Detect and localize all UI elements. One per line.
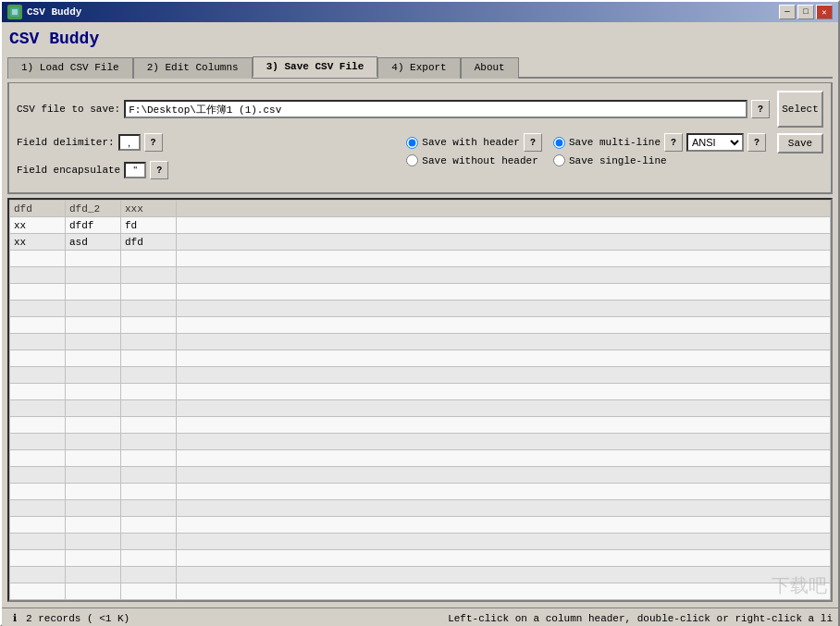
table-row [10,384,831,400]
title-bar-controls: ─ □ ✕ [779,5,833,19]
save-with-header-radio[interactable] [406,137,418,149]
table-row[interactable]: xx dfdf fd [10,217,831,234]
content-area: CSV Buddy 1) Load CSV File 2) Edit Colum… [2,22,838,608]
table-row [10,284,831,301]
save-without-header-radio[interactable] [406,154,418,166]
cell-2-2[interactable]: dfd [121,234,177,251]
multiline-radio-group: Save multi-line ? ANSI UTF-8 UTF-16 ? S [553,133,766,166]
table-row [10,434,831,450]
save-without-header-label: Save without header [422,155,537,166]
file-row: CSV file to save: ? Select [17,91,823,128]
minimize-button[interactable]: ─ [779,5,796,19]
table-row [10,350,831,367]
table-row [10,417,831,434]
table-row [10,534,831,550]
cell-2-1[interactable]: asd [66,234,121,251]
save-panel: CSV file to save: ? Select Field delimit… [7,82,833,194]
encapsulator-label: Field encapsulate [17,165,120,176]
encapsulator-row: Field encapsulate ? [17,161,168,179]
save-multiline-row: Save multi-line ? ANSI UTF-8 UTF-16 ? [553,133,766,152]
col-header-extra [177,201,831,217]
table-row [10,334,831,350]
file-label: CSV file to save: [17,104,120,115]
header-radio-group: Save with header ? Save without header [406,133,542,166]
right-options: Save with header ? Save without header S… [406,133,823,166]
save-multiline-label: Save multi-line [569,137,661,148]
tab-about[interactable]: About [461,57,519,79]
table-row [10,567,831,583]
table-row [10,301,831,317]
title-bar-left: CSV Buddy [7,5,81,19]
data-table: dfd dfd_2 xxx xx dfdf fd xx asd dfd [9,200,831,600]
status-records: 2 records ( <1 K) [26,613,130,624]
table-header-row[interactable]: dfd dfd_2 xxx [10,201,831,217]
file-action-buttons: Select [777,91,823,128]
delimiter-row: Field delimiter: ? [17,133,168,152]
status-icon: ℹ [7,611,22,626]
col-header-2[interactable]: xxx [121,201,177,217]
tab-bar: 1) Load CSV File 2) Edit Columns 3) Save… [7,55,833,79]
table-row [10,517,831,534]
title-bar: CSV Buddy ─ □ ✕ [2,2,838,22]
table-row [10,367,831,384]
table-row [10,251,831,267]
cell-1-2[interactable]: fd [121,217,177,234]
save-without-header-row: Save without header [406,154,542,166]
tab-save[interactable]: 3) Save CSV File [253,56,378,78]
table-row[interactable]: xx asd dfd [10,234,831,251]
cell-1-0[interactable]: xx [10,217,66,234]
multiline-help-button[interactable]: ? [664,133,683,152]
app-icon [7,5,22,19]
save-button[interactable]: Save [777,133,823,153]
maximize-button[interactable]: □ [797,5,814,19]
status-hint: Left-click on a column header, double-cl… [139,613,833,624]
table-row [10,467,831,484]
data-table-container: dfd dfd_2 xxx xx dfdf fd xx asd dfd [7,198,833,602]
encapsulator-help-button[interactable]: ? [150,161,168,179]
cell-2-extra [177,234,831,251]
table-row [10,583,831,600]
table-row [10,500,831,517]
col-header-1[interactable]: dfd_2 [66,201,121,217]
save-multiline-radio[interactable] [553,137,565,149]
delimiter-label: Field delimiter: [17,137,115,148]
close-button[interactable]: ✕ [816,5,833,19]
table-row [10,400,831,417]
tab-export[interactable]: 4) Export [377,57,460,79]
main-window: CSV Buddy ─ □ ✕ CSV Buddy 1) Load CSV Fi… [0,0,840,626]
cell-1-1[interactable]: dfdf [66,217,121,234]
col-header-0[interactable]: dfd [10,201,66,217]
table-row [10,484,831,500]
tab-load[interactable]: 1) Load CSV File [7,57,133,79]
save-with-header-row: Save with header ? [406,133,542,152]
file-path-input[interactable] [124,100,747,118]
encapsulator-input[interactable] [124,162,146,178]
table-row [10,267,831,284]
table-row [10,450,831,467]
header-help-button[interactable]: ? [524,133,542,152]
save-singleline-radio[interactable] [553,154,565,166]
save-singleline-label: Save single-line [569,155,667,166]
status-bar: ℹ 2 records ( <1 K) Left-click on a colu… [2,608,838,626]
delimiter-help-button[interactable]: ? [144,133,163,152]
encoding-help-button[interactable]: ? [747,133,766,152]
delimiter-input[interactable] [118,134,141,151]
select-button[interactable]: Select [777,91,823,128]
app-title: CSV Buddy [7,28,833,52]
table-row [10,317,831,334]
table-row [10,550,831,567]
status-left: ℹ 2 records ( <1 K) [7,611,130,626]
cell-1-extra [177,217,831,234]
tab-edit[interactable]: 2) Edit Columns [133,57,253,79]
save-singleline-row: Save single-line [553,154,766,166]
cell-2-0[interactable]: xx [10,234,66,251]
left-options: Field delimiter: ? Field encapsulate ? [17,133,168,185]
save-with-header-label: Save with header [422,137,520,148]
window-title: CSV Buddy [27,6,81,18]
file-help-button[interactable]: ? [751,100,770,118]
encoding-select[interactable]: ANSI UTF-8 UTF-16 [686,133,744,152]
options-row: Field delimiter: ? Field encapsulate ? [17,133,823,185]
